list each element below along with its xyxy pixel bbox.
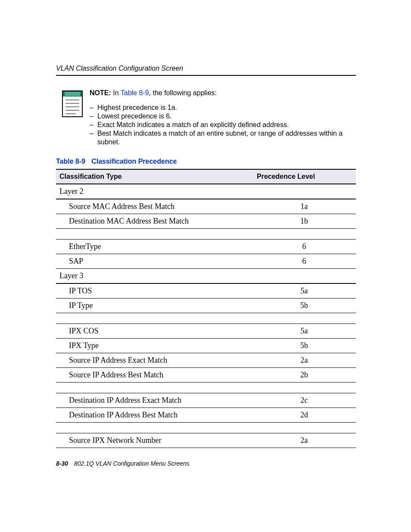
bullet-text: Best Match indicates a match of an entir… [97,129,356,146]
type-cell: Source IP Address Best Match [56,368,253,383]
note-table-link[interactable]: Table 8-9 [121,89,149,96]
bullet-text: Exact Match indicates a match of an expl… [97,121,356,129]
type-cell: Source IP Address Exact Match [56,353,253,368]
type-cell: Destination IP Address Best Match [56,408,253,423]
type-cell: EtherType [56,240,253,254]
precedence-cell: 2d [253,408,356,423]
table-row: Layer 3 [56,269,356,284]
table-row: IP Type5b [56,299,356,313]
col-header-type: Classification Type [56,169,253,184]
precedence-cell: 5a [253,324,356,339]
page-number: 8-30 [56,460,68,467]
table-caption-number: Table 8-9 [56,158,85,165]
precedence-cell: 2b [253,368,356,383]
table-row: IPX COS5a [56,324,356,339]
table-row: EtherType6 [56,240,356,254]
type-cell: IP TOS [56,283,253,299]
note-bullet: –Lowest precedence is 6. [90,112,356,121]
type-cell: Source MAC Address Best Match [56,199,253,214]
classification-table: Classification Type Precedence Level Lay… [56,169,356,448]
type-cell: Destination IP Address Exact Match [56,393,253,408]
note-bullet: –Best Match indicates a match of an enti… [90,129,356,146]
type-cell: Source IPX Network Number [56,433,253,448]
type-cell: SAP [56,254,253,269]
table-row: IPX Type5b [56,339,356,353]
table-row: Destination IP Address Exact Match2c [56,393,356,408]
note-first-line: NOTE: In Table 8-9, the following applie… [90,89,356,97]
table-row [56,313,356,324]
precedence-cell: 5b [253,299,356,313]
spacer-cell [56,229,356,240]
table-row: Source MAC Address Best Match1a [56,199,356,214]
note-block: NOTE: In Table 8-9, the following applie… [62,89,356,146]
table-row [56,423,356,433]
col-header-precedence: Precedence Level [253,169,356,184]
table-caption-title: Classification Precedence [91,158,177,165]
bullet-text: Lowest precedence is 6. [97,112,356,121]
table-header-row: Classification Type Precedence Level [56,169,356,184]
precedence-cell: 1b [253,214,356,229]
table-row [56,229,356,240]
precedence-cell: 2a [253,433,356,448]
bullet-dash: – [90,121,97,129]
spacer-cell [56,423,356,433]
precedence-cell: 6 [253,254,356,269]
section-cell: Layer 2 [56,184,356,199]
precedence-cell: 1a [253,199,356,214]
table-row: IP TOS5a [56,283,356,299]
precedence-cell: 2c [253,393,356,408]
spacer-cell [56,383,356,393]
type-cell: Destination MAC Address Best Match [56,214,253,229]
page-footer: 8-30802.1Q VLAN Configuration Menu Scree… [56,460,356,467]
section-cell: Layer 3 [56,269,356,284]
note-text-suffix: , the following applies: [149,89,217,96]
precedence-cell: 5b [253,339,356,353]
note-label: NOTE: [90,89,111,96]
type-cell: IPX Type [56,339,253,353]
footer-title: 802.1Q VLAN Configuration Menu Screens [74,460,190,467]
note-icon [62,90,83,117]
table-row: Destination IP Address Best Match2d [56,408,356,423]
table-row [56,383,356,393]
spacer-cell [56,313,356,324]
note-bullet: –Exact Match indicates a match of an exp… [90,121,356,129]
type-cell: IP Type [56,299,253,313]
bullet-dash: – [90,129,97,146]
table-row: SAP6 [56,254,356,269]
type-cell: IPX COS [56,324,253,339]
note-text-prefix: In [113,89,121,96]
table-row: Source IPX Network Number2a [56,433,356,448]
bullet-dash: – [90,112,97,121]
precedence-cell: 6 [253,240,356,254]
running-header: VLAN Classification Configuration Screen [56,65,356,72]
table-row: Source IP Address Exact Match2a [56,353,356,368]
table-row: Layer 2 [56,184,356,199]
precedence-cell: 2a [253,353,356,368]
note-bullet: –Highest precedence is 1a. [90,103,356,112]
bullet-text: Highest precedence is 1a. [97,103,356,112]
precedence-cell: 5a [253,283,356,299]
header-rule [56,75,356,76]
bullet-dash: – [90,103,97,112]
table-row: Destination MAC Address Best Match1b [56,214,356,229]
table-caption: Table 8-9Classification Precedence [56,158,356,165]
table-row: Source IP Address Best Match2b [56,368,356,383]
note-body: NOTE: In Table 8-9, the following applie… [90,89,356,146]
